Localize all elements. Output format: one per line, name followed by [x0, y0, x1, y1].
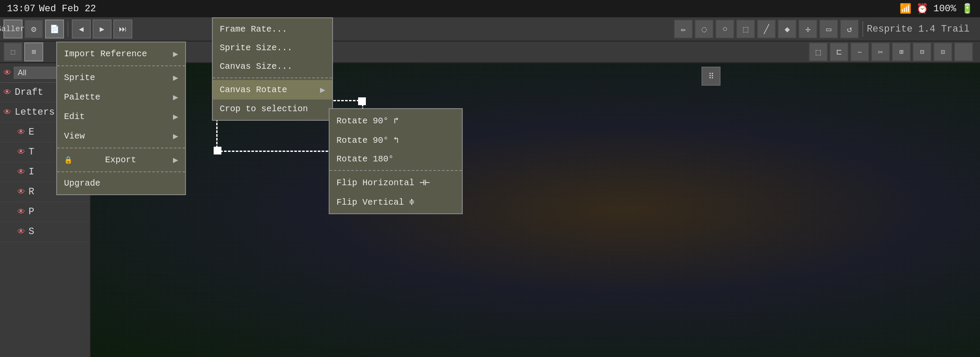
rotate-90-cw-label: Rotate 90° ↱ [336, 115, 399, 126]
date: Wed Feb 22 [39, 3, 96, 14]
eye-P-icon: 👁 [17, 207, 25, 216]
menu-item-rotate-180[interactable]: Rotate 180° [330, 150, 462, 168]
layers-icon: ⬚ [11, 48, 15, 56]
palette-label: Palette [64, 92, 100, 102]
top-bar-left: 13:07 Wed Feb 22 [7, 3, 96, 14]
layers-view-button[interactable]: ⬚ [3, 42, 22, 61]
sidebar-item-P[interactable]: 👁 P [0, 202, 90, 222]
sprite-submenu: Frame Rate... Sprite Size... Canvas Size… [212, 17, 333, 121]
battery-icon: 🔋 [961, 3, 973, 15]
playback-controls: ◀ ▶ ⏭ [72, 19, 132, 39]
copy-icon: ⊞ [899, 48, 903, 56]
top-bar-right: 📶 ⏰ 100% 🔋 [900, 3, 973, 15]
battery-percent: 100% [933, 3, 956, 14]
menu-item-view[interactable]: View ▶ [57, 126, 185, 146]
paste-icon: ⊟ [920, 48, 924, 56]
grid-dots-button[interactable]: ⠿ [701, 67, 721, 86]
menu-item-flip-vertical[interactable]: Flip Vertical ≑ [330, 192, 462, 212]
tool-move-button[interactable]: ✛ [798, 19, 817, 39]
view-arrow: ▶ [173, 131, 178, 142]
menu-item-canvas-size[interactable]: Canvas Size... [213, 57, 332, 76]
menu-item-palette[interactable]: Palette ▶ [57, 87, 185, 107]
diamond-icon: ◆ [785, 24, 790, 35]
copy-button[interactable]: ⊞ [892, 42, 911, 61]
file-icon: 📄 [50, 24, 59, 34]
settings-icon: ⚙ [31, 24, 36, 35]
menu-item-export[interactable]: 🔒 Export ▶ [57, 150, 185, 170]
menu-item-upgrade[interactable]: Upgrade [57, 174, 185, 193]
eye-I-icon: 👁 [17, 167, 25, 177]
export-label: Export [105, 155, 136, 165]
sidebar-E-label: E [29, 127, 34, 138]
tool-rect-button[interactable]: ▭ [819, 19, 838, 39]
magic-icon: ⋯ [858, 48, 862, 56]
sidebar-draft-label: Draft [15, 87, 43, 98]
lasso-icon: ⊏ [836, 47, 842, 58]
edit-arrow: ▶ [173, 111, 178, 122]
cut-icon: ✂ [878, 47, 883, 58]
sprite-arrow: ▶ [173, 72, 178, 83]
export-arrow: ▶ [173, 154, 178, 165]
canvas-rotate-arrow: ▶ [320, 84, 325, 95]
eye-T-icon: 👁 [17, 148, 25, 157]
tool-line-button[interactable]: ╱ [757, 19, 776, 39]
main-toolbar: Gallery ⚙ 📄 ◀ ▶ ⏭ ✏ ◌ ○ ⬚ ╱ ◆ ✛ ▭ [0, 17, 980, 42]
menu-item-rotate-90-ccw[interactable]: Rotate 90° ↰ [330, 130, 462, 150]
menu-item-sprite-size[interactable]: Sprite Size... [213, 39, 332, 57]
tool-undo-button[interactable]: ↺ [840, 19, 859, 39]
cut-button[interactable]: ✂ [871, 42, 890, 61]
tool-rect-sel-button[interactable]: ⬚ [736, 19, 755, 39]
skip-icon: ⏭ [119, 25, 127, 34]
flip-v-label: Flip Vertical ≑ [336, 196, 414, 207]
menu-item-canvas-rotate[interactable]: Canvas Rotate ▶ [213, 80, 332, 100]
eye-E-icon: 👁 [17, 128, 25, 137]
grid-dots-icon: ⠿ [708, 71, 714, 81]
sep-after-export [57, 171, 185, 172]
visibility-icon: 👁 [3, 68, 11, 77]
eraser-icon: ◌ [701, 24, 707, 35]
select-rect-tool[interactable]: ⬚ [809, 42, 828, 61]
sep-after-view [57, 148, 185, 148]
tool-eraser-button[interactable]: ◌ [695, 19, 714, 39]
settings-button[interactable]: ⚙ [24, 19, 43, 39]
prev-frame-button[interactable]: ◀ [72, 19, 91, 39]
blank-button[interactable] [954, 42, 973, 61]
select-magic-tool[interactable]: ⋯ [850, 42, 869, 61]
gallery-button[interactable]: Gallery [3, 19, 22, 39]
lock-icon: 🔒 [64, 156, 73, 164]
sidebar-S-label: S [29, 226, 34, 237]
sprite-size-label: Sprite Size... [220, 43, 292, 53]
menu-item-frame-rate[interactable]: Frame Rate... [213, 20, 332, 39]
canvas-rotate-label: Canvas Rotate [220, 85, 287, 95]
skip-button[interactable]: ⏭ [113, 19, 132, 39]
clock: 13:07 [7, 3, 35, 14]
paste-button[interactable]: ⊟ [913, 42, 932, 61]
menu-item-import-ref[interactable]: Import Reference ▶ [57, 44, 185, 64]
sidebar-item-S[interactable]: 👁 S [0, 222, 90, 242]
pencil-icon: ✏ [681, 24, 686, 35]
menu-item-rotate-90-cw[interactable]: Rotate 90° ↱ [330, 111, 462, 130]
menu-item-sprite[interactable]: Sprite ▶ [57, 68, 185, 87]
app-title: Resprite 1.4 Trail [867, 24, 977, 35]
sep-after-import [57, 65, 185, 66]
menu-item-edit[interactable]: Edit ▶ [57, 107, 185, 126]
transform-button[interactable]: ⊡ [933, 42, 952, 61]
menu-item-crop-to-selection[interactable]: Crop to selection [213, 100, 332, 118]
sep-rotate [330, 170, 462, 171]
import-ref-arrow: ▶ [173, 48, 178, 59]
tool-diamond-button[interactable]: ◆ [778, 19, 797, 39]
circle-icon: ○ [722, 24, 727, 34]
eye-S-icon: 👁 [17, 227, 25, 236]
import-ref-label: Import Reference [64, 49, 147, 59]
eye-R-icon: 👁 [17, 187, 25, 196]
file-button[interactable]: 📄 [45, 19, 64, 39]
next-frame-button[interactable]: ▶ [93, 19, 112, 39]
grid-toggle-button[interactable]: ⊞ [24, 42, 43, 61]
rotate-90-ccw-label: Rotate 90° ↰ [336, 135, 399, 145]
tool-pencil-button[interactable]: ✏ [674, 19, 693, 39]
tool-circle-button[interactable]: ○ [715, 19, 734, 39]
sidebar-P-label: P [29, 206, 34, 217]
crop-to-selection-label: Crop to selection [220, 104, 308, 114]
menu-item-flip-horizontal[interactable]: Flip Horizontal ⊣⊢ [330, 173, 462, 192]
select-lasso-tool[interactable]: ⊏ [829, 42, 849, 61]
